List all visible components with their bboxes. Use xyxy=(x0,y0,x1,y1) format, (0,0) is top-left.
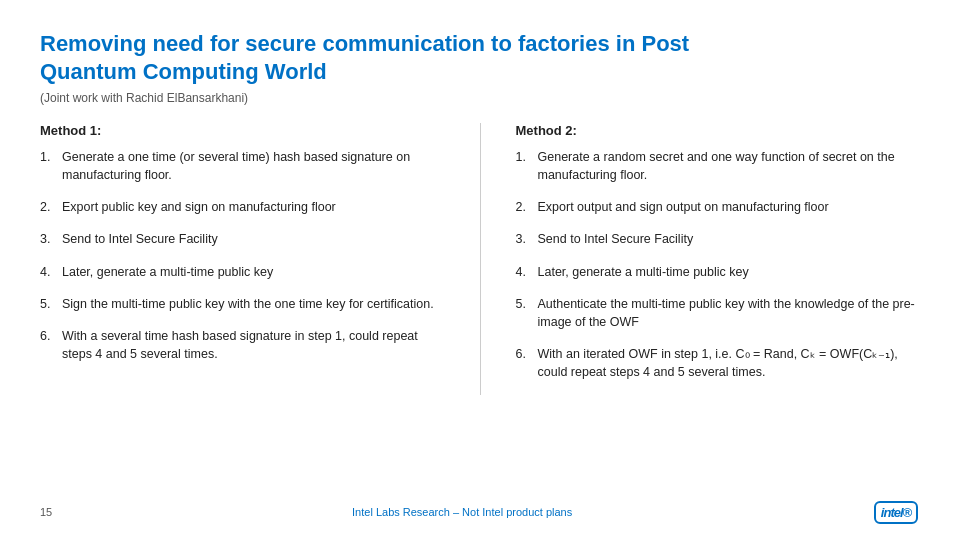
slide: Removing need for secure communication t… xyxy=(0,0,960,540)
item-num: 3. xyxy=(40,230,56,248)
list-item: 5. Sign the multi-time public key with t… xyxy=(40,295,445,313)
list-item: 6. With a several time hash based signat… xyxy=(40,327,445,363)
item-text: Export output and sign output on manufac… xyxy=(538,198,829,216)
item-num: 6. xyxy=(516,345,532,363)
item-text: Send to Intel Secure Facility xyxy=(538,230,694,248)
subtitle: (Joint work with Rachid ElBansarkhani) xyxy=(40,91,920,105)
method1-label: Method 1: xyxy=(40,123,445,138)
list-item: 6. With an iterated OWF in step 1, i.e. … xyxy=(516,345,921,381)
page-number: 15 xyxy=(40,506,52,518)
list-item: 1. Generate a one time (or several time)… xyxy=(40,148,445,184)
item-text: Later, generate a multi-time public key xyxy=(538,263,749,281)
list-item: 5. Authenticate the multi-time public ke… xyxy=(516,295,921,331)
list-item: 3. Send to Intel Secure Facility xyxy=(516,230,921,248)
item-num: 1. xyxy=(40,148,56,166)
item-num: 6. xyxy=(40,327,56,345)
column-divider xyxy=(480,123,481,395)
item-text: Generate a one time (or several time) ha… xyxy=(62,148,445,184)
item-num: 3. xyxy=(516,230,532,248)
item-num: 4. xyxy=(40,263,56,281)
list-item: 2. Export output and sign output on manu… xyxy=(516,198,921,216)
intel-logo: intel® xyxy=(872,496,920,528)
item-num: 5. xyxy=(516,295,532,313)
footer: 15 Intel Labs Research – Not Intel produ… xyxy=(0,496,960,528)
item-text: Later, generate a multi-time public key xyxy=(62,263,273,281)
item-text: With a several time hash based signature… xyxy=(62,327,445,363)
item-text: Send to Intel Secure Facility xyxy=(62,230,218,248)
footer-text: Intel Labs Research – Not Intel product … xyxy=(52,506,872,518)
item-num: 2. xyxy=(516,198,532,216)
item-text: Export public key and sign on manufactur… xyxy=(62,198,336,216)
item-num: 5. xyxy=(40,295,56,313)
intel-logo-text: intel® xyxy=(874,501,918,524)
method1-list: 1. Generate a one time (or several time)… xyxy=(40,148,445,363)
item-num: 1. xyxy=(516,148,532,166)
item-num: 4. xyxy=(516,263,532,281)
content-columns: Method 1: 1. Generate a one time (or sev… xyxy=(40,123,920,395)
list-item: 4. Later, generate a multi-time public k… xyxy=(40,263,445,281)
method2-column: Method 2: 1. Generate a random secret an… xyxy=(516,123,921,395)
item-text: With an iterated OWF in step 1, i.e. C₀ … xyxy=(538,345,921,381)
method1-column: Method 1: 1. Generate a one time (or sev… xyxy=(40,123,445,395)
method2-label: Method 2: xyxy=(516,123,921,138)
item-text: Generate a random secret and one way fun… xyxy=(538,148,921,184)
list-item: 3. Send to Intel Secure Facility xyxy=(40,230,445,248)
list-item: 4. Later, generate a multi-time public k… xyxy=(516,263,921,281)
list-item: 2. Export public key and sign on manufac… xyxy=(40,198,445,216)
item-num: 2. xyxy=(40,198,56,216)
list-item: 1. Generate a random secret and one way … xyxy=(516,148,921,184)
slide-title: Removing need for secure communication t… xyxy=(40,30,920,85)
method2-list: 1. Generate a random secret and one way … xyxy=(516,148,921,381)
item-text: Sign the multi-time public key with the … xyxy=(62,295,434,313)
item-text: Authenticate the multi-time public key w… xyxy=(538,295,921,331)
